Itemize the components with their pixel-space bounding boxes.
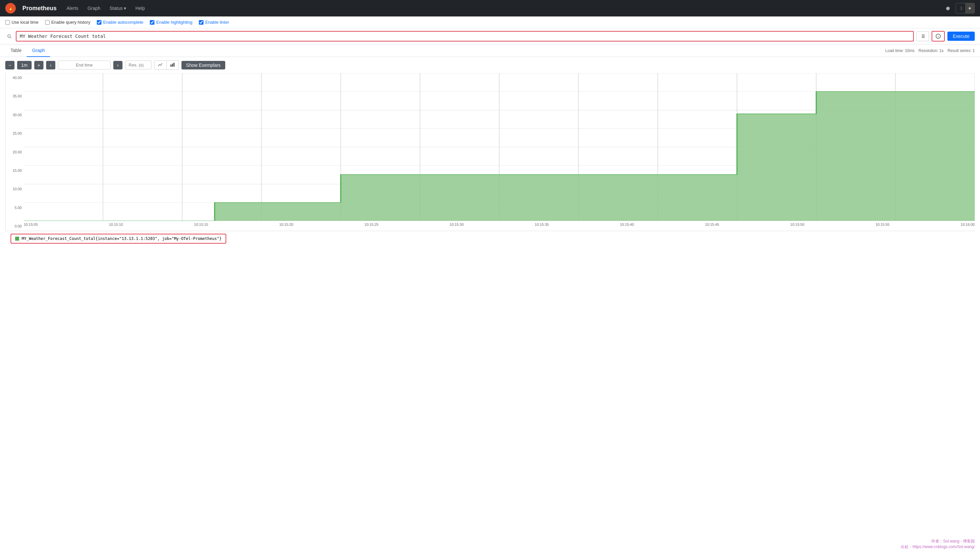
- result-series: Result series: 1: [948, 48, 975, 53]
- use-local-time-label[interactable]: Use local time: [5, 20, 39, 25]
- x-label-3: 10:15:20: [279, 223, 293, 226]
- navbar-icons: ☽ ☀: [943, 3, 975, 13]
- y-label-25: 25.00: [6, 132, 24, 135]
- linter-label[interactable]: Enable linter: [199, 20, 229, 25]
- x-label-2: 10:15:15: [194, 223, 208, 226]
- show-exemplars-btn[interactable]: Show Exemplars: [182, 61, 225, 69]
- options-bar: Use local time Enable query history Enab…: [0, 16, 980, 28]
- svg-rect-11: [173, 63, 174, 67]
- status-dropdown-icon: ▾: [124, 6, 126, 11]
- query-options-btn[interactable]: [916, 31, 929, 41]
- nav-help[interactable]: Help: [132, 3, 148, 13]
- svg-rect-9: [170, 64, 171, 67]
- autocomplete-label[interactable]: Enable autocomplete: [97, 20, 143, 25]
- x-axis: 10:15:05 10:15:10 10:15:15 10:15:20 10:1…: [24, 221, 975, 231]
- y-label-40: 40.00: [6, 76, 24, 80]
- x-label-10: 10:15:55: [875, 223, 890, 226]
- y-label-0: 0.00: [6, 224, 24, 228]
- y-label-35: 35.00: [6, 94, 24, 98]
- resolution: Resolution: 1s: [919, 48, 943, 53]
- line-chart-btn[interactable]: [154, 60, 167, 70]
- execute-button[interactable]: Execute: [948, 32, 975, 41]
- light-theme-btn[interactable]: ☽: [956, 3, 965, 13]
- info-btn[interactable]: [932, 31, 945, 42]
- query-history-checkbox[interactable]: [45, 20, 50, 25]
- dark-theme-btn[interactable]: ☀: [965, 3, 974, 13]
- bar-chart-icon: [170, 62, 175, 67]
- svg-text:🔥: 🔥: [8, 6, 13, 11]
- x-label-5: 10:15:30: [450, 223, 464, 226]
- zoom-out-btn[interactable]: −: [5, 61, 14, 69]
- settings-icon-btn[interactable]: [943, 3, 953, 13]
- linter-checkbox[interactable]: [199, 20, 204, 25]
- svg-rect-10: [172, 64, 173, 66]
- meta-info: Load time: 10ms Resolution: 1s Result se…: [885, 48, 975, 53]
- y-axis: 40.00 35.00 30.00 25.00 20.00 15.00 10.0…: [6, 73, 24, 231]
- search-bar: Execute: [0, 28, 980, 45]
- prev-time-btn[interactable]: ‹: [46, 61, 55, 69]
- duration-label: 1m: [17, 61, 31, 69]
- navbar-links: Alerts Graph Status ▾ Help: [63, 3, 148, 13]
- tab-graph[interactable]: Graph: [27, 45, 50, 57]
- navbar: 🔥 Prometheus Alerts Graph Status ▾ Help …: [0, 0, 980, 16]
- nav-status[interactable]: Status ▾: [106, 3, 130, 13]
- y-label-20: 20.00: [6, 150, 24, 154]
- theme-toggle: ☽ ☀: [956, 3, 975, 13]
- graph-controls: − 1m + ‹ › Show Exemplars: [0, 57, 980, 73]
- highlighting-label[interactable]: Enable highlighting: [150, 20, 192, 25]
- list-icon: [920, 34, 925, 39]
- chart-type-buttons: [154, 60, 179, 70]
- search-icon: [6, 34, 12, 39]
- nav-graph[interactable]: Graph: [84, 3, 104, 13]
- x-label-6: 10:15:35: [535, 223, 549, 226]
- load-time: Load time: 10ms: [885, 48, 915, 53]
- x-label-7: 10:15:40: [620, 223, 634, 226]
- highlighting-checkbox[interactable]: [150, 20, 154, 25]
- legend-color-swatch: [15, 237, 19, 241]
- legend-text: MY_Weather_Forecast_Count_total{instance…: [22, 236, 222, 241]
- query-input[interactable]: [16, 31, 914, 42]
- use-local-time-checkbox[interactable]: [5, 20, 10, 25]
- tabs-row: Table Graph Load time: 10ms Resolution: …: [0, 45, 980, 57]
- x-label-0: 10:15:05: [24, 223, 38, 226]
- chart-container: 40.00 35.00 30.00 25.00 20.00 15.00 10.0…: [0, 73, 980, 252]
- bar-chart-btn[interactable]: [167, 60, 179, 70]
- info-icon: [935, 34, 941, 39]
- nav-alerts[interactable]: Alerts: [63, 3, 82, 13]
- y-label-10: 10.00: [6, 187, 24, 191]
- x-label-8: 10:15:45: [705, 223, 719, 226]
- gear-icon: [945, 6, 950, 11]
- x-label-4: 10:15:25: [365, 223, 379, 226]
- chart-inner: [24, 73, 975, 221]
- y-label-30: 30.00: [6, 113, 24, 117]
- legend: MY_Weather_Forecast_Count_total{instance…: [11, 234, 226, 244]
- resolution-input[interactable]: [125, 61, 151, 69]
- x-label-9: 10:15:50: [790, 223, 805, 226]
- line-chart-icon: [158, 62, 163, 67]
- tab-table[interactable]: Table: [5, 45, 27, 57]
- chart-wrap: 40.00 35.00 30.00 25.00 20.00 15.00 10.0…: [5, 73, 975, 231]
- autocomplete-checkbox[interactable]: [97, 20, 101, 25]
- search-icon-wrap: [5, 32, 13, 40]
- x-label-11: 10:16:00: [961, 223, 975, 226]
- x-label-1: 10:15:10: [109, 223, 123, 226]
- prometheus-logo: 🔥: [5, 3, 16, 13]
- zoom-in-btn[interactable]: +: [34, 61, 43, 69]
- query-history-label[interactable]: Enable query history: [45, 20, 90, 25]
- y-label-5: 5.00: [6, 206, 24, 210]
- y-label-15: 15.00: [6, 168, 24, 173]
- end-time-input[interactable]: [58, 61, 111, 69]
- next-time-btn[interactable]: ›: [113, 61, 122, 69]
- chart-svg: [24, 73, 975, 221]
- navbar-brand: Prometheus: [22, 5, 57, 12]
